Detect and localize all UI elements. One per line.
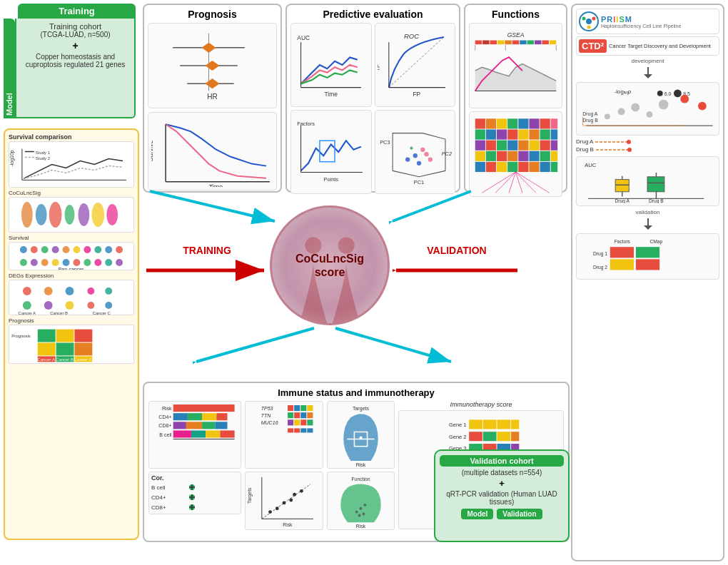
- svg-rect-70: [486, 141, 496, 151]
- immune-scatter: Targets Risk: [245, 472, 323, 530]
- svg-line-171: [196, 328, 314, 362]
- svg-rect-245: [483, 419, 497, 429]
- svg-point-276: [592, 17, 596, 21]
- svg-marker-312: [644, 225, 652, 230]
- svg-point-109: [65, 205, 75, 225]
- svg-rect-54: [486, 118, 496, 128]
- validation-box: Validation cohort (multiple datasets n=5…: [434, 449, 570, 542]
- svg-point-291: [698, 102, 707, 111]
- svg-point-274: [586, 19, 592, 24]
- function-violin: Function Risk: [327, 472, 395, 530]
- svg-rect-82: [529, 151, 539, 161]
- svg-text:HR: HR: [207, 93, 218, 101]
- svg-point-30: [416, 161, 420, 166]
- model-label: Model: [4, 19, 15, 118]
- prognosis-forest-plot: HR: [148, 23, 277, 108]
- predictive-title: Predictive evaluation: [290, 9, 455, 20]
- cor-dots: Cor. B cell CD4+: [148, 472, 241, 514]
- right-panel: Drug exploration for high CoCuLncSig sco…: [571, 4, 724, 561]
- svg-point-29: [413, 153, 417, 158]
- svg-marker-4: [205, 61, 219, 71]
- prognosis-survival-curve: Survive Time: [148, 112, 277, 190]
- svg-point-111: [91, 203, 104, 227]
- targets-violin: Targets Risk: [327, 401, 395, 469]
- svg-rect-177: [188, 413, 202, 420]
- svg-text:Points: Points: [324, 176, 339, 183]
- mutation-waterfall: TP53 TTN MUC16: [245, 401, 323, 469]
- immune-middle: TP53 TTN MUC16: [245, 401, 323, 534]
- svg-point-285: [605, 113, 610, 119]
- svg-rect-60: [551, 118, 557, 128]
- svg-rect-184: [215, 422, 227, 429]
- svg-point-120: [94, 246, 101, 253]
- svg-text:Cancer C: Cancer C: [74, 357, 93, 362]
- svg-text:Targets: Targets: [353, 406, 370, 412]
- svg-point-110: [78, 203, 89, 226]
- svg-marker-279: [644, 74, 652, 78]
- auc-box-plots: AUC Drug A Drug B: [576, 156, 719, 206]
- validation-badge: Validation: [497, 509, 542, 519]
- svg-rect-90: [529, 162, 539, 172]
- cyan-arrow-topright: [389, 184, 478, 227]
- svg-text:Drug 2: Drug 2: [593, 265, 607, 270]
- svg-rect-45: [527, 41, 534, 45]
- svg-rect-66: [529, 129, 539, 139]
- svg-marker-6: [205, 78, 219, 88]
- svg-text:Study 2: Study 2: [36, 156, 51, 161]
- svg-rect-317: [636, 247, 659, 258]
- svg-point-161: [338, 237, 355, 253]
- prism-label: PRIISM: [601, 15, 681, 24]
- cd8-label: CD8+: [151, 504, 181, 511]
- svg-rect-73: [518, 141, 528, 151]
- center-circle: CoCuLncSig score: [270, 205, 390, 325]
- svg-line-169: [393, 191, 471, 221]
- svg-text:B cell: B cell: [159, 432, 172, 437]
- svg-point-275: [582, 17, 586, 21]
- svg-text:Factors: Factors: [297, 121, 315, 127]
- svg-rect-207: [307, 405, 313, 411]
- dev-arrow-container: [576, 66, 719, 80]
- down-arrow2-icon: [641, 217, 655, 231]
- svg-text:Cancer C: Cancer C: [93, 311, 111, 315]
- svg-text:Gene 1: Gene 1: [449, 422, 467, 428]
- svg-text:Gene 2: Gene 2: [449, 434, 467, 440]
- svg-rect-67: [540, 129, 550, 139]
- svg-point-142: [87, 302, 94, 309]
- cd8-cor: CD8+: [151, 503, 238, 511]
- svg-rect-187: [191, 430, 206, 437]
- svg-text:Drug B: Drug B: [649, 198, 664, 203]
- cd4-cor: CD4+: [151, 493, 238, 502]
- svg-rect-41: [497, 41, 504, 45]
- svg-rect-87: [497, 162, 507, 172]
- svg-text:Drug 1: Drug 1: [593, 251, 607, 257]
- svg-rect-213: [294, 419, 300, 425]
- svg-text:ROC: ROC: [403, 32, 418, 40]
- prognosis-title: Prognosis: [148, 9, 277, 20]
- coculncsig-label: CoCuLncSig: [9, 190, 134, 196]
- immune-title: Immune status and immunotherapy: [148, 387, 564, 398]
- prism-section: PRIISM Haploinsufficiency Cell Line Pipe…: [576, 9, 719, 34]
- training-box: Training Model Training cohort (TCGA-LUA…: [4, 4, 136, 121]
- ctd2-label: CTD²: [579, 39, 607, 53]
- cyan-arrow-bottomleft: [193, 325, 321, 367]
- svg-rect-71: [497, 141, 507, 151]
- svg-rect-77: [475, 151, 485, 161]
- svg-point-121: [105, 246, 112, 253]
- svg-text:Drug B: Drug B: [582, 118, 598, 123]
- svg-point-160: [305, 237, 321, 253]
- prism-logo-icon: [579, 11, 599, 31]
- svg-point-33: [420, 148, 425, 152]
- svg-point-28: [405, 157, 410, 161]
- svg-rect-38: [475, 41, 482, 45]
- svg-text:PC2: PC2: [441, 151, 451, 157]
- svg-rect-174: [173, 404, 235, 412]
- svg-point-224: [268, 510, 272, 514]
- development-label: development: [576, 58, 719, 64]
- training-arrow-svg: [143, 258, 271, 283]
- ctd2-sublabel: Cancer Target Discovery and Development: [609, 43, 717, 49]
- svg-point-290: [680, 95, 689, 103]
- svg-marker-2: [201, 43, 216, 53]
- svg-rect-48: [550, 41, 556, 45]
- svg-point-287: [631, 103, 639, 112]
- svg-point-119: [84, 246, 91, 253]
